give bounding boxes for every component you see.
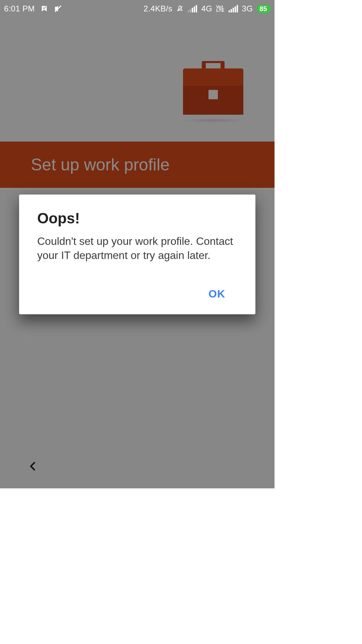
mute-icon [54, 5, 62, 13]
dialog-title: Oops! [37, 210, 237, 227]
signal-bars-2-icon [229, 5, 238, 12]
dialog-actions: OK [37, 283, 237, 305]
error-dialog: Oops! Couldn't set up your work profile.… [19, 195, 255, 314]
battery-level: 85 [259, 5, 267, 13]
status-time: 6:01 PM [4, 4, 35, 13]
app-notification-icon [41, 5, 48, 12]
dnd-icon [176, 5, 184, 12]
dialog-message: Couldn't set up your work profile. Conta… [37, 234, 237, 262]
battery-indicator: 85 [257, 5, 270, 13]
status-bar: 6:01 PM 2.4KB/s 4G Vo) LTE 3G 85 [0, 0, 275, 17]
volte-bottom: LTE [216, 9, 225, 12]
screen-root: Set up work profile 6:01 PM 2.4KB/s [0, 0, 275, 488]
volte-icon: Vo) LTE [216, 5, 225, 12]
ok-button[interactable]: OK [196, 283, 237, 305]
status-data-rate: 2.4KB/s [143, 4, 172, 13]
signal-bars-1-icon [188, 5, 197, 12]
status-network-2: 3G [242, 4, 253, 13]
status-network-1: 4G [201, 4, 212, 13]
